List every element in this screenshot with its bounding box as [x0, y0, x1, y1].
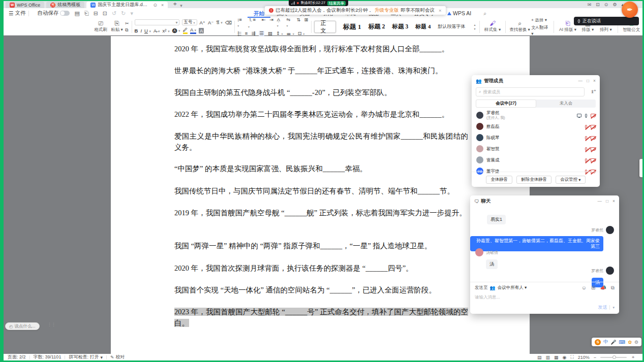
superscript-icon[interactable]: x² ▾ — [163, 28, 170, 34]
style-normal[interactable]: 正文 — [314, 21, 336, 33]
tab-template[interactable]: 秀 炫稿秀模板 — [46, 2, 84, 8]
doc-paragraph-selected[interactable]: 2023 年，我国首艘国产大型邮轮 “______号” 正式命名交付，填补了国产… — [174, 306, 468, 328]
font-name-select[interactable]: ▾ — [135, 19, 179, 25]
screen-share-icon[interactable] — [577, 114, 581, 117]
fullscreen-icon[interactable]: ⛶ — [570, 354, 573, 360]
doc-paragraph[interactable]: 我国首个实现 “天地一体化” 通信的空间站名为 “______”，已进入全面运营… — [174, 284, 468, 295]
zoom-slider[interactable] — [600, 357, 627, 358]
camera-off-icon[interactable] — [591, 147, 595, 151]
doc-paragraph[interactable]: “中国梦” 的本质是实现国家富强、民族振兴和______幸福。 — [174, 163, 468, 174]
bullet-list-icon[interactable]: ⁝≡ ▾ — [237, 17, 244, 29]
ime-toolbar[interactable]: S 中 🎤 ⌨ ✿ ⚙ — [592, 338, 641, 346]
outline-view-icon[interactable]: ▦ — [554, 355, 559, 360]
save-icon[interactable]: ▤ — [74, 10, 79, 17]
mic-off-icon[interactable] — [585, 136, 587, 140]
autosave-control[interactable]: 自动保存 — [37, 10, 70, 17]
send-options-chevron-icon[interactable]: ▾ — [612, 306, 615, 310]
paste-button[interactable]: ⎘ 粘贴 ▾ — [109, 20, 125, 33]
zoom-level[interactable]: 210% — [578, 355, 590, 360]
style-heading2[interactable]: 标题 2 — [369, 22, 385, 31]
undo-icon[interactable]: ↺ — [112, 10, 116, 17]
tab-list-chevron-icon[interactable]: ▾ — [180, 3, 182, 8]
close-icon[interactable]: × — [593, 78, 596, 83]
style-heading4[interactable]: 标题 4 — [415, 23, 431, 30]
increase-font-icon[interactable]: A⁺ — [200, 20, 205, 25]
font-color-icon[interactable]: A ▾ — [190, 27, 196, 34]
decrease-font-icon[interactable]: A⁻ — [208, 20, 213, 25]
notification-close-icon[interactable]: × — [439, 8, 442, 13]
camera-off-icon[interactable] — [591, 114, 595, 117]
zoom-out-icon[interactable]: − — [594, 355, 596, 360]
doc-paragraph[interactable]: 2020 年，我国首次探测月球背面，执行该任务的探测器是 “______四号”。 — [174, 262, 468, 274]
redo-icon[interactable]: ↻ — [121, 10, 126, 17]
bold-button[interactable]: B — [135, 28, 138, 34]
upgrade-link[interactable]: 升级专业版 — [375, 7, 399, 14]
emoji-icon[interactable]: ☺ — [581, 285, 587, 291]
autosave-toggle[interactable] — [60, 11, 70, 16]
ime-voice-icon[interactable]: 🎤 — [610, 340, 616, 345]
char-effect-icon[interactable]: 🅐 ▾ — [172, 27, 180, 34]
align-right-icon[interactable]: ⇶ — [251, 30, 255, 37]
tab-close-icon[interactable]: × — [161, 3, 164, 8]
style-set-button[interactable]: 🖌 样式集 ▾ — [482, 20, 502, 33]
ribbon-tab-wps-ai[interactable]: WPS AI — [441, 9, 477, 18]
comment-hint-pill[interactable]: ◴ 说点什么... — [5, 322, 40, 330]
doc-paragraph[interactable]: 2022 年，我国成功举办第二十四届冬季奥林匹克运动会，举办城市是北京和____… — [174, 109, 468, 120]
format-painter-button[interactable]: ⎚ 格式刷 — [93, 20, 109, 33]
image-icon[interactable]: ⊞ — [591, 285, 595, 291]
member-search-input[interactable] — [483, 89, 574, 94]
send-to-select[interactable]: 会议中所有人 ▾ — [498, 285, 527, 291]
cut-icon[interactable]: ✂ — [125, 21, 129, 26]
announce-icon[interactable]: 📣 — [600, 285, 606, 291]
gallery-up-icon[interactable]: ▴ — [474, 23, 475, 26]
minimize-icon[interactable]: — — [578, 78, 582, 83]
tab-wps-office[interactable]: W WPS Office — [6, 2, 44, 8]
member-row[interactable]: 蔡磊磊 — [472, 121, 600, 132]
doc-paragraph[interactable]: 我国自主研制的第五代隐身战斗机 “______-20”，已列装空军部队。 — [174, 87, 468, 98]
preview-icon[interactable]: ⊡ — [103, 10, 107, 17]
camera-off-icon[interactable] — [591, 136, 595, 140]
spellcheck-status[interactable]: 拼写检查: 打开 ▾ — [69, 354, 103, 360]
style-heading3[interactable]: 标题 3 — [392, 23, 409, 30]
page-view-icon[interactable]: ▤ — [537, 355, 542, 360]
chat-input[interactable]: 请输入消息... — [475, 294, 615, 301]
highlight-color-icon[interactable]: 🖉 — [183, 27, 188, 34]
style-default-font[interactable]: 默认段落字体 — [438, 23, 465, 30]
tab-document[interactable]: W 国庆节主题党日题库.docx ⊙ × — [86, 2, 168, 8]
member-row[interactable]: 陈砚琴 — [472, 132, 600, 143]
maximize-icon[interactable]: □ — [606, 199, 608, 204]
camera-off-icon[interactable] — [591, 125, 595, 128]
align-center-icon[interactable]: ≡ — [245, 30, 248, 37]
mic-off-icon[interactable] — [585, 147, 587, 151]
close-icon[interactable]: × — [612, 199, 615, 204]
member-search-box[interactable]: ⌕ — [476, 87, 585, 96]
mic-off-icon[interactable] — [585, 158, 587, 162]
camera-off-icon[interactable] — [591, 158, 595, 162]
gallery-down-icon[interactable]: ▾ — [474, 27, 475, 30]
more-chevron-icon[interactable]: ▾ — [131, 10, 134, 17]
ime-keyboard-icon[interactable]: ⌨ — [619, 340, 625, 345]
shading-icon[interactable]: 🝙 ▾ — [287, 30, 294, 37]
doc-paragraph[interactable]: 我国 “两弹一星” 精神中的 “两弹” 指原子弹和______，“一星” 指人造… — [174, 240, 468, 251]
word-count[interactable]: 字数: 39/1101 — [34, 354, 62, 360]
sort-icon[interactable]: ⇅ — [297, 17, 301, 29]
increase-indent-icon[interactable]: ⇥ — [269, 17, 273, 29]
doc-paragraph[interactable]: 2020 年，我国宣布脱贫攻坚战取得全面胜利，现行标准下农村贫困人口全部____… — [174, 43, 468, 54]
font-size-select[interactable]: 五号▾ — [182, 19, 197, 25]
doc-paragraph[interactable]: 爱国主义是中华民族精神的核心，我国宪法明确规定公民有维护国家______和民族团… — [174, 130, 468, 153]
popout-icon[interactable]: ⧉ — [611, 285, 615, 291]
italic-button[interactable]: I — [140, 28, 142, 34]
print-icon[interactable]: ⊟ — [94, 10, 98, 17]
ribbon-search-icon[interactable]: ⌕ — [477, 9, 493, 18]
ime-lang-toggle[interactable]: 中 — [603, 339, 608, 345]
tab-in-meeting[interactable]: 会议中(27) — [476, 100, 536, 108]
tab-preview-icon[interactable]: ⊙ — [154, 3, 158, 8]
border-icon[interactable]: ⊡ ▾ — [298, 30, 305, 37]
distribute-icon[interactable]: ▤ — [268, 30, 272, 37]
ime-skin-icon[interactable]: ✿ — [628, 340, 632, 345]
doc-paragraph[interactable]: 我国传统节日中，与国庆节同属法定节假日的还有春节、清明节、端午节和______节… — [174, 185, 468, 196]
char-scale-icon[interactable]: A͎ ▾ — [277, 17, 283, 29]
justify-icon[interactable]: ☰ — [259, 30, 264, 37]
zoom-in-icon[interactable]: ＋ — [631, 354, 635, 360]
show-marks-icon[interactable]: ⊞ — [304, 17, 309, 29]
